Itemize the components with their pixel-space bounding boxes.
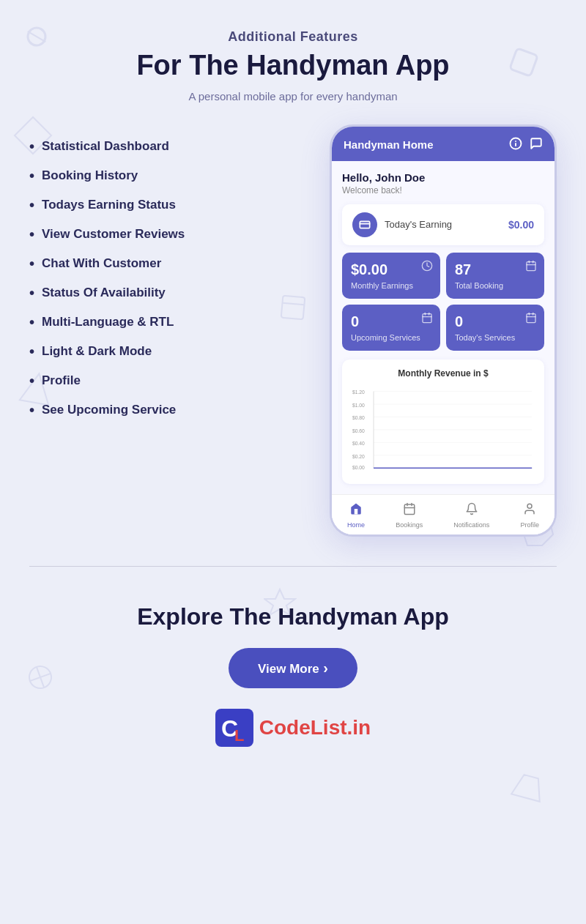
phone-header-icons xyxy=(509,137,543,152)
view-more-button[interactable]: View More xyxy=(229,648,357,688)
stat-card-today: 0 Today's Services xyxy=(446,305,544,351)
codelist-logo-icon: C L xyxy=(215,709,253,747)
svg-rect-13 xyxy=(360,221,369,228)
stat-card-booking: 87 Total Booking xyxy=(446,253,544,299)
svg-text:$0.20: $0.20 xyxy=(352,453,365,458)
logo-section: C L CodeList.in xyxy=(29,709,557,747)
list-item: Status Of Availability xyxy=(29,278,315,308)
svg-rect-20 xyxy=(423,313,431,322)
logo-text: CodeList.in xyxy=(259,716,371,739)
nav-label-notifications: Notifications xyxy=(453,521,489,529)
stat-label-today: Today's Services xyxy=(455,333,535,342)
logo-text-domain: .in xyxy=(347,716,371,739)
stat-label-monthly: Monthly Earnings xyxy=(351,281,431,290)
phone-header: Handyman Home xyxy=(332,127,555,161)
svg-rect-16 xyxy=(527,261,535,270)
list-item: Chat With Customer xyxy=(29,249,315,278)
stats-grid: $0.00 Monthly Earnings 87 Total Booking xyxy=(342,253,544,351)
earning-value: $0.00 xyxy=(508,219,534,231)
svg-text:$0.00: $0.00 xyxy=(352,465,365,470)
profile-icon xyxy=(523,502,536,519)
main-content: Statistical Dashboard Booking History To… xyxy=(29,124,557,537)
svg-text:$1.20: $1.20 xyxy=(352,390,365,395)
svg-text:$1.00: $1.00 xyxy=(352,403,365,408)
list-item: Todays Earning Status xyxy=(29,190,315,220)
nav-item-profile[interactable]: Profile xyxy=(520,502,539,529)
nav-item-home[interactable]: Home xyxy=(347,502,365,529)
header-description: A personal mobile app for every handyman xyxy=(29,90,557,103)
nav-item-bookings[interactable]: Bookings xyxy=(396,502,423,529)
svg-text:L: L xyxy=(234,726,244,745)
stat-card-monthly: $0.00 Monthly Earnings xyxy=(342,253,440,299)
earning-icon xyxy=(352,212,377,237)
upcoming-icon xyxy=(421,312,433,327)
phone-screen: Handyman Home xyxy=(332,127,555,534)
booking-icon xyxy=(525,260,537,275)
list-item: Multi-Language & RTL xyxy=(29,308,315,337)
home-icon xyxy=(349,502,363,519)
phone-header-title: Handyman Home xyxy=(344,138,434,151)
logo-text-code: Code xyxy=(259,716,311,739)
list-item: View Customer Reviews xyxy=(29,220,315,249)
section-divider xyxy=(29,566,557,567)
svg-text:$0.80: $0.80 xyxy=(352,415,365,420)
notifications-icon xyxy=(465,502,478,519)
header-section: Additional Features For The Handyman App… xyxy=(29,29,557,103)
chart-title: Monthly Revenue in $ xyxy=(351,368,535,379)
phone-nav: Home Bookings xyxy=(332,494,555,534)
nav-label-home: Home xyxy=(347,521,365,529)
revenue-chart: $1.20 $1.00 $0.80 $0.60 $0.40 $0.20 $0.0… xyxy=(351,384,535,472)
header-title: For The Handyman App xyxy=(29,49,557,83)
phone-content: Hello, John Doe Welcome back! Today's Ea… xyxy=(332,161,555,494)
stat-number-today: 0 xyxy=(455,313,535,330)
info-icon[interactable] xyxy=(509,137,522,152)
logo-text-list: List xyxy=(311,716,347,739)
earning-card: Today's Earning $0.00 xyxy=(342,204,544,245)
nav-label-bookings: Bookings xyxy=(396,521,423,529)
phone-mockup: Handyman Home xyxy=(330,124,557,537)
greeting-sub: Welcome back! xyxy=(342,185,544,195)
list-item: Statistical Dashboard xyxy=(29,132,315,161)
list-item: Booking History xyxy=(29,161,315,190)
svg-rect-24 xyxy=(527,313,535,322)
explore-title: Explore The Handyman App xyxy=(29,603,557,630)
svg-text:$0.40: $0.40 xyxy=(352,441,365,446)
nav-label-profile: Profile xyxy=(520,521,539,529)
features-list: Statistical Dashboard Booking History To… xyxy=(29,124,315,432)
chart-section: Monthly Revenue in $ $1.20 $1.00 $0.80 $… xyxy=(342,359,544,484)
stat-label-booking: Total Booking xyxy=(455,281,535,290)
chat-icon[interactable] xyxy=(530,137,543,152)
svg-point-47 xyxy=(527,504,532,508)
stat-number-upcoming: 0 xyxy=(351,313,431,330)
list-item: Profile xyxy=(29,366,315,395)
nav-item-notifications[interactable]: Notifications xyxy=(453,502,489,529)
list-item: See Upcoming Service xyxy=(29,395,315,425)
earning-label: Today's Earning xyxy=(385,219,452,230)
svg-text:$0.60: $0.60 xyxy=(352,428,365,433)
today-icon xyxy=(525,312,537,327)
svg-rect-43 xyxy=(404,504,415,515)
list-item: Light & Dark Mode xyxy=(29,337,315,366)
greeting-name: Hello, John Doe xyxy=(342,171,544,184)
stat-number-booking: 87 xyxy=(455,261,535,278)
stat-number-monthly: $0.00 xyxy=(351,261,431,278)
bottom-section: Explore The Handyman App View More C L C… xyxy=(29,581,557,761)
bookings-icon xyxy=(403,502,416,519)
stat-card-upcoming: 0 Upcoming Services xyxy=(342,305,440,351)
monthly-icon xyxy=(421,260,433,275)
earning-card-left: Today's Earning xyxy=(352,212,452,237)
header-subtitle: Additional Features xyxy=(29,29,557,45)
stat-label-upcoming: Upcoming Services xyxy=(351,333,431,342)
